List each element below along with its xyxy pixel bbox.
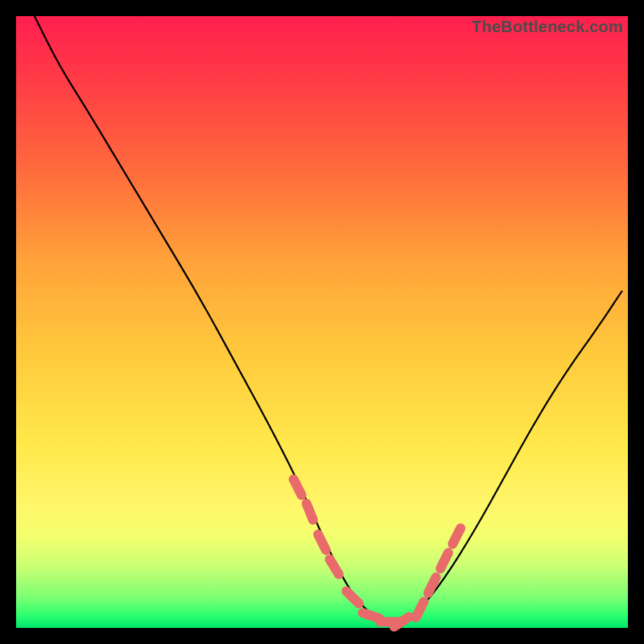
marker-dash <box>294 479 302 495</box>
bottleneck-curve-path <box>35 16 622 621</box>
bottleneck-curve-svg <box>16 16 628 628</box>
marker-dash <box>452 528 460 544</box>
marker-dash <box>362 613 379 618</box>
highlighted-markers <box>294 479 460 626</box>
marker-dash <box>416 601 424 617</box>
marker-dash <box>330 559 339 575</box>
chart-frame: TheBottleneck.com <box>0 0 644 644</box>
marker-dash <box>318 535 326 551</box>
marker-dash <box>440 553 448 569</box>
marker-dash <box>307 503 313 519</box>
marker-dash <box>346 591 359 604</box>
plot-area: TheBottleneck.com <box>16 16 628 628</box>
